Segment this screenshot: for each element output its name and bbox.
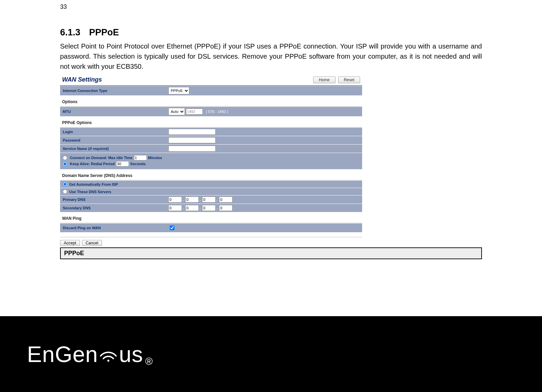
primary-dns-d[interactable] (219, 197, 233, 203)
dns-heading: Domain Name Server (DNS) Address (60, 169, 362, 180)
figure-caption: PPPoE (60, 247, 482, 259)
login-input[interactable] (168, 129, 216, 135)
accept-button[interactable]: Accept (60, 240, 80, 246)
connect-on-demand-radio[interactable] (63, 156, 67, 160)
secondary-dns-label: Secondary DNS (60, 204, 166, 212)
keep-alive-label: Keep Alive: Redial Period (70, 162, 115, 166)
dns-manual-label: Use These DNS Servers (69, 190, 111, 194)
dns-manual-radio[interactable] (63, 189, 67, 194)
secondary-dns-d[interactable] (219, 205, 233, 211)
max-idle-input[interactable] (134, 155, 147, 160)
brand-logo: EnGen us ® (0, 341, 153, 367)
options-heading: Options (60, 95, 362, 107)
home-button[interactable]: Home (313, 77, 335, 83)
login-label: Login (60, 128, 166, 135)
secondary-dns-b[interactable] (185, 205, 199, 211)
panel-title: WAN Settings (62, 75, 102, 85)
mtu-label: MTU (60, 108, 166, 115)
wan-settings-screenshot: WAN Settings Home Reset Internet Connect… (60, 74, 362, 246)
page-number: 33 (60, 3, 482, 10)
section-title-text: PPPoE (89, 27, 119, 37)
seconds-label: Seconds (130, 162, 146, 166)
dns-auto-label: Get Automatically From ISP (69, 182, 118, 186)
section-heading: 6.1.3PPPoE (60, 27, 482, 38)
secondary-dns-c[interactable] (202, 205, 216, 211)
keep-alive-radio[interactable] (63, 162, 67, 166)
reset-button[interactable]: Reset (338, 77, 360, 83)
primary-dns-c[interactable] (202, 197, 216, 203)
discard-ping-checkbox[interactable] (170, 225, 174, 230)
body-paragraph: Select Point to Point Protocol over Ethe… (60, 41, 482, 71)
conn-type-select[interactable]: PPPoE (168, 87, 189, 94)
primary-dns-a[interactable] (168, 197, 182, 203)
discard-ping-label: Discard Ping on WAN (60, 224, 166, 232)
registered-icon: ® (145, 356, 153, 367)
mtu-range: ( 576 - 1492 ) (206, 110, 228, 114)
mtu-mode-select[interactable]: Auto (168, 108, 185, 115)
secondary-dns-a[interactable] (168, 205, 182, 211)
service-name-input[interactable] (168, 146, 216, 152)
password-input[interactable] (168, 137, 216, 143)
service-name-label: Service Name (if required) (60, 145, 166, 152)
redial-period-input[interactable] (116, 161, 129, 167)
cancel-button[interactable]: Cancel (82, 240, 102, 246)
wifi-icon (99, 346, 118, 362)
wan-ping-heading: WAN Ping (60, 212, 362, 223)
mtu-value-input (186, 109, 203, 115)
conn-type-label: Internet Connection Type (60, 87, 166, 94)
brand-pre: EnGen (27, 341, 98, 367)
brand-post: us (119, 341, 143, 367)
primary-dns-label: Primary DNS (60, 196, 166, 203)
footer-bar: EnGen us ® (0, 316, 542, 392)
section-number: 6.1.3 (60, 27, 80, 37)
connect-on-demand-label: Connect on Demand: Max idle Time (70, 156, 133, 160)
password-label: Password (60, 137, 166, 144)
minutes-label: Minutes (148, 156, 162, 160)
primary-dns-b[interactable] (185, 197, 199, 203)
dns-auto-radio[interactable] (63, 182, 67, 186)
svg-point-0 (107, 360, 109, 362)
pppoe-options-heading: PPPoE Options (60, 116, 362, 127)
